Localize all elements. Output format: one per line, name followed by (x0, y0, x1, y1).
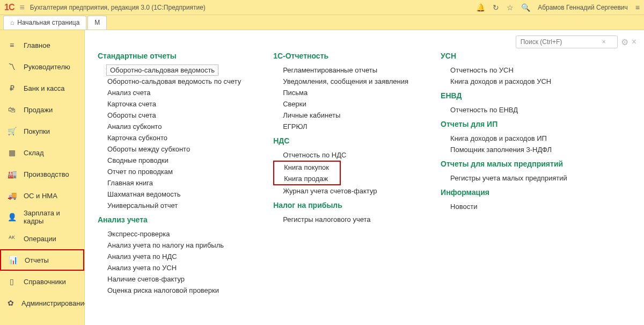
link-vat-reporting[interactable]: Отчетность по НДС (273, 149, 408, 161)
tab-home[interactable]: ⌂ Начальная страница (3, 16, 86, 30)
sidebar-item-production[interactable]: 🏭Производство (0, 163, 84, 185)
link-universal-report[interactable]: Универсальный отчет (98, 200, 241, 211)
group-small-business[interactable]: Отчеты для малых предприятий (441, 160, 567, 168)
sidebar-item-reference[interactable]: ▯Справочники (0, 271, 84, 292)
sidebar-item-reports[interactable]: 📊Отчеты (0, 249, 84, 271)
link-usn-analysis[interactable]: Анализ учета по УСН (98, 262, 241, 273)
link-express-check[interactable]: Экспресс-проверка (98, 228, 241, 240)
bell-icon[interactable]: 🔔 (476, 3, 485, 12)
sidebar: ≡Главное 〽Руководителю ₽Банк и касса 🛍Пр… (0, 30, 85, 325)
link-osv-account[interactable]: Оборотно-сальдовая ведомость по счету (98, 76, 241, 87)
link-news[interactable]: Новости (441, 201, 567, 212)
link-regulated-reports[interactable]: Регламентированные отчеты (273, 64, 408, 76)
clear-icon[interactable]: × (600, 38, 606, 46)
group-information[interactable]: Информация (441, 188, 567, 197)
tab-other[interactable]: М (87, 16, 107, 30)
sidebar-item-label: Зарплата и кадры (24, 209, 77, 225)
settings-gear-icon[interactable]: ⚙ (621, 37, 628, 47)
link-usn-book[interactable]: Книга доходов и расходов УСН (441, 76, 567, 87)
sidebar-item-purchases[interactable]: 🛒Покупки (0, 120, 84, 142)
link-egrul[interactable]: ЕГРЮЛ (273, 121, 408, 132)
link-sales-book[interactable]: Книга продаж (275, 173, 339, 184)
sidebar-item-assets[interactable]: 🚚ОС и НМА (0, 185, 84, 206)
sidebar-item-label: Покупки (24, 127, 50, 135)
gear-icon: ✿ (8, 299, 14, 307)
link-3ndfl-helper[interactable]: Помощник заполнения 3-НДФЛ (441, 144, 567, 155)
link-tax-audit-risk[interactable]: Оценка риска налоговой проверки (98, 285, 241, 296)
col-1c-reporting: 1С-Отчетность Регламентированные отчеты … (273, 47, 408, 296)
sidebar-item-label: Руководителю (24, 63, 70, 71)
group-usn[interactable]: УСН (441, 52, 567, 60)
sidebar-item-manager[interactable]: 〽Руководителю (0, 56, 84, 77)
group-envd[interactable]: ЕНВД (441, 91, 567, 100)
link-usn-reporting[interactable]: Отчетность по УСН (441, 64, 567, 76)
menu-icon[interactable]: ≡ (19, 3, 24, 12)
tab-home-label: Начальная страница (17, 19, 79, 26)
link-invoice-journal[interactable]: Журнал учета счетов-фактур (273, 185, 408, 197)
group-profit-tax[interactable]: Налог на прибыль (273, 201, 408, 210)
sidebar-item-stock[interactable]: ▦Склад (0, 142, 84, 163)
link-letters[interactable]: Письма (273, 87, 408, 98)
main-toolbar: × ⚙ × (516, 35, 636, 48)
factory-icon: 🏭 (8, 170, 16, 178)
star-icon[interactable]: ☆ (507, 3, 514, 12)
app-title: Бухгалтерия предприятия, редакция 3.0 (1… (30, 4, 206, 11)
chart-icon: 〽 (8, 62, 16, 71)
sidebar-item-sales[interactable]: 🛍Продажи (0, 99, 84, 120)
link-vat-analysis[interactable]: Анализ учета по НДС (98, 251, 241, 262)
ruble-icon: ₽ (8, 84, 16, 92)
link-entries-report[interactable]: Отчет по проводкам (98, 166, 241, 177)
link-reconciliations[interactable]: Сверки (273, 98, 408, 110)
sidebar-item-bank[interactable]: ₽Банк и касса (0, 77, 84, 99)
history-icon[interactable]: ↻ (493, 3, 499, 12)
link-profit-tax-analysis[interactable]: Анализ учета по налогу на прибыль (98, 240, 241, 251)
settings-icon[interactable]: ≡ (635, 3, 640, 12)
group-1c-reporting[interactable]: 1С-Отчетность (273, 52, 408, 60)
link-account-turnover[interactable]: Обороты счета (98, 110, 241, 121)
link-ip-book[interactable]: Книга доходов и расходов ИП (441, 133, 567, 144)
topbar: 1С ≡ Бухгалтерия предприятия, редакция 3… (0, 0, 644, 15)
link-small-business-registers[interactable]: Регистры учета малых предприятий (441, 172, 567, 184)
link-subconto-card[interactable]: Карточка субконто (98, 132, 241, 143)
bag-icon: 🛍 (8, 105, 16, 114)
user-name[interactable]: Абрамов Геннадий Сергеевич (538, 4, 628, 11)
tab-other-label: М (94, 19, 100, 26)
group-accounting-analysis[interactable]: Анализ учета (98, 215, 241, 224)
search-box[interactable]: × (516, 35, 618, 48)
link-osv[interactable]: Оборотно-сальдовая ведомость (106, 64, 218, 76)
group-vat[interactable]: НДС (273, 136, 408, 145)
link-account-analysis[interactable]: Анализ счета (98, 87, 241, 98)
report-icon: 📊 (9, 256, 17, 264)
book-icon: ▯ (8, 277, 16, 286)
link-envd-reporting[interactable]: Отчетность по ЕНВД (441, 104, 567, 115)
link-purchase-book[interactable]: Книга покупок (275, 162, 339, 173)
search-input[interactable] (519, 38, 600, 46)
link-invoice-presence[interactable]: Наличие счетов-фактур (98, 273, 241, 285)
link-subconto-turnover[interactable]: Обороты между субконто (98, 143, 241, 155)
sidebar-item-label: Администрирование (21, 299, 88, 307)
highlight-vat-books: Книга покупок Книга продаж (273, 161, 341, 185)
group-ip-reports[interactable]: Отчеты для ИП (441, 120, 567, 128)
sidebar-item-main[interactable]: ≡Главное (0, 34, 84, 56)
sidebar-item-label: Отчеты (25, 256, 49, 264)
link-tax-registers[interactable]: Регистры налогового учета (273, 214, 408, 225)
sidebar-item-payroll[interactable]: 👤Зарплата и кадры (0, 206, 84, 228)
link-chess-sheet[interactable]: Шахматная ведомость (98, 189, 241, 200)
sidebar-item-operations[interactable]: ᴬᴷОперации (0, 228, 84, 249)
search-icon[interactable]: 🔍 (521, 3, 530, 12)
link-summary-entries[interactable]: Сводные проводки (98, 155, 241, 166)
topbar-actions: 🔔 ↻ ☆ 🔍 Абрамов Геннадий Сергеевич ≡ (476, 3, 640, 12)
grid-icon: ▦ (8, 148, 16, 157)
person-icon: 👤 (8, 213, 16, 221)
close-icon[interactable]: × (632, 37, 636, 47)
link-account-card[interactable]: Карточка счета (98, 98, 241, 110)
logo-1c: 1С (4, 3, 14, 12)
sidebar-item-admin[interactable]: ✿Администрирование (0, 292, 84, 314)
link-notifications[interactable]: Уведомления, сообщения и заявления (273, 76, 408, 87)
link-subconto-analysis[interactable]: Анализ субконто (98, 121, 241, 132)
sidebar-item-label: ОС и НМА (24, 192, 57, 200)
group-standard-reports[interactable]: Стандартные отчеты (98, 52, 241, 60)
truck-icon: 🚚 (8, 191, 16, 200)
link-personal-accounts[interactable]: Личные кабинеты (273, 110, 408, 121)
link-general-ledger[interactable]: Главная книга (98, 177, 241, 189)
